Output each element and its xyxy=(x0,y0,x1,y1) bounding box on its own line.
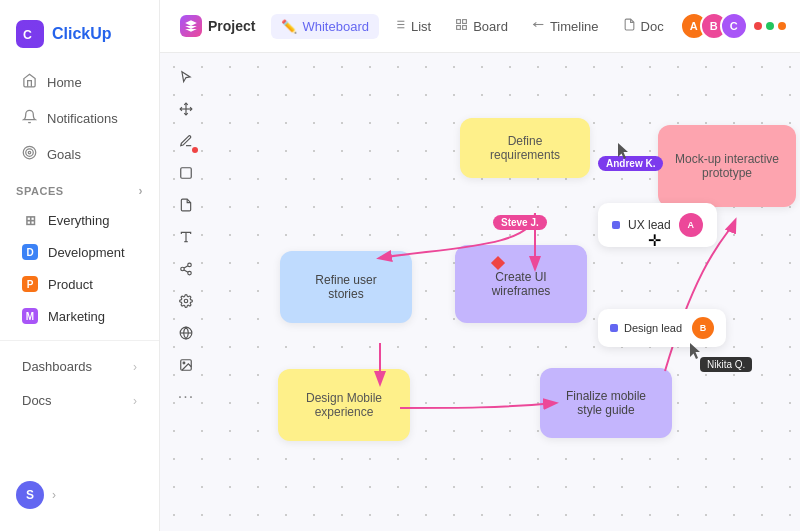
user-avatar: S xyxy=(16,481,44,509)
topbar: Project ✏️ Whiteboard List Board xyxy=(160,0,800,53)
shape-tool[interactable] xyxy=(172,159,200,187)
sidebar-item-goals[interactable]: Goals xyxy=(6,137,153,171)
development-label: Development xyxy=(48,245,125,260)
user-menu-chevron: › xyxy=(52,488,56,502)
product-label: Product xyxy=(48,277,93,292)
settings-tool[interactable] xyxy=(172,287,200,315)
sidebar: C ClickUp Home Notifications Goals Space… xyxy=(0,0,160,531)
logo-text: ClickUp xyxy=(52,25,112,43)
tab-whiteboard[interactable]: ✏️ Whiteboard xyxy=(271,14,378,39)
card-mockup[interactable]: Mock-up interactive prototype xyxy=(658,125,796,207)
svg-point-3 xyxy=(26,149,34,157)
note-tool[interactable] xyxy=(172,191,200,219)
cursor-nikita: Nikita Q. xyxy=(690,343,704,365)
nikita-label: Nikita Q. xyxy=(700,357,752,372)
product-icon: P xyxy=(22,276,38,292)
left-toolbar: ··· xyxy=(170,63,202,521)
label-steve: Steve J. xyxy=(493,215,547,230)
development-icon: D xyxy=(22,244,38,260)
chevron-right-icon: › xyxy=(133,360,137,374)
svg-rect-18 xyxy=(181,168,192,179)
image-tool[interactable] xyxy=(172,351,200,379)
connect-tool[interactable] xyxy=(172,255,200,283)
card-create-ui-wireframes[interactable]: Create UI wireframes xyxy=(455,245,587,323)
sidebar-item-development[interactable]: D Development xyxy=(6,237,153,267)
avatar-group: A B C xyxy=(680,12,748,40)
avatar-3: C xyxy=(720,12,748,40)
chevron-down-icon: › xyxy=(138,184,143,198)
collaborator-avatars: A B C xyxy=(680,12,786,40)
more-tool[interactable]: ··· xyxy=(172,383,200,411)
topbar-navigation: ✏️ Whiteboard List Board Timeline xyxy=(271,13,673,39)
goals-icon xyxy=(22,145,37,163)
design-lead-dot xyxy=(610,324,618,332)
card-finalize-mobile[interactable]: Finalize mobile style guide xyxy=(540,368,672,438)
svg-text:C: C xyxy=(23,28,32,42)
user-footer[interactable]: S › xyxy=(0,471,159,519)
dashboards-label: Dashboards xyxy=(22,359,92,374)
doc-icon xyxy=(623,18,636,34)
status-dot-2 xyxy=(766,22,774,30)
pen-tool-wrapper xyxy=(172,127,200,155)
tab-board[interactable]: Board xyxy=(445,13,518,39)
whiteboard-canvas[interactable]: ··· Define requirements xyxy=(160,53,800,531)
sidebar-item-dashboards[interactable]: Dashboards › xyxy=(6,350,153,383)
marketing-label: Marketing xyxy=(48,309,105,324)
notifications-label: Notifications xyxy=(47,111,118,126)
svg-rect-13 xyxy=(457,26,461,30)
sidebar-item-notifications[interactable]: Notifications xyxy=(6,101,153,135)
svg-line-25 xyxy=(184,266,188,268)
svg-point-21 xyxy=(188,263,192,267)
move-cursor-icon: ✛ xyxy=(648,231,661,250)
status-dot-1 xyxy=(754,22,762,30)
marketing-icon: M xyxy=(22,308,38,324)
sidebar-item-marketing[interactable]: M Marketing xyxy=(6,301,153,331)
main-content: Project ✏️ Whiteboard List Board xyxy=(160,0,800,531)
everything-icon: ⊞ xyxy=(22,212,38,228)
docs-label: Docs xyxy=(22,393,52,408)
ux-lead-dot xyxy=(612,221,620,229)
cursor-arrow-1 xyxy=(618,143,632,165)
logo[interactable]: C ClickUp xyxy=(0,12,159,64)
list-icon xyxy=(393,18,406,34)
svg-point-23 xyxy=(188,271,192,275)
svg-line-24 xyxy=(184,270,188,272)
bell-icon xyxy=(22,109,37,127)
tab-list[interactable]: List xyxy=(383,13,441,39)
tab-timeline[interactable]: Timeline xyxy=(522,13,609,39)
move-tool[interactable] xyxy=(172,95,200,123)
design-lead-avatar: B xyxy=(692,317,714,339)
svg-point-30 xyxy=(183,362,185,364)
globe-tool[interactable] xyxy=(172,319,200,347)
chevron-right-icon: › xyxy=(133,394,137,408)
ux-lead-text: UX lead xyxy=(628,218,671,232)
tab-doc[interactable]: Doc xyxy=(613,13,674,39)
ux-lead-avatar: A xyxy=(679,213,703,237)
card-design-mobile[interactable]: Design Mobile experience xyxy=(278,369,410,441)
whiteboard-icon: ✏️ xyxy=(281,19,297,34)
card-refine-user-stories[interactable]: Refine user stories xyxy=(280,251,412,323)
svg-rect-11 xyxy=(457,20,461,24)
timeline-icon xyxy=(532,18,545,34)
sidebar-item-home[interactable]: Home xyxy=(6,65,153,99)
text-tool[interactable] xyxy=(172,223,200,251)
sidebar-item-product[interactable]: P Product xyxy=(6,269,153,299)
pen-indicator xyxy=(192,147,198,153)
svg-point-4 xyxy=(28,151,31,154)
home-label: Home xyxy=(47,75,82,90)
design-lead-text: Design lead xyxy=(624,322,682,334)
cursor-tool[interactable] xyxy=(172,63,200,91)
board-icon xyxy=(455,18,468,34)
svg-rect-12 xyxy=(463,20,467,24)
project-title: Project xyxy=(180,15,255,37)
svg-point-26 xyxy=(184,299,188,303)
status-dot-3 xyxy=(778,22,786,30)
project-icon xyxy=(180,15,202,37)
goals-label: Goals xyxy=(47,147,81,162)
home-icon xyxy=(22,73,37,91)
everything-label: Everything xyxy=(48,213,109,228)
sidebar-item-everything[interactable]: ⊞ Everything xyxy=(6,205,153,235)
card-define-requirements[interactable]: Define requirements xyxy=(460,118,590,178)
sidebar-item-docs[interactable]: Docs › xyxy=(6,384,153,417)
design-lead-card: Design lead B xyxy=(598,309,726,347)
